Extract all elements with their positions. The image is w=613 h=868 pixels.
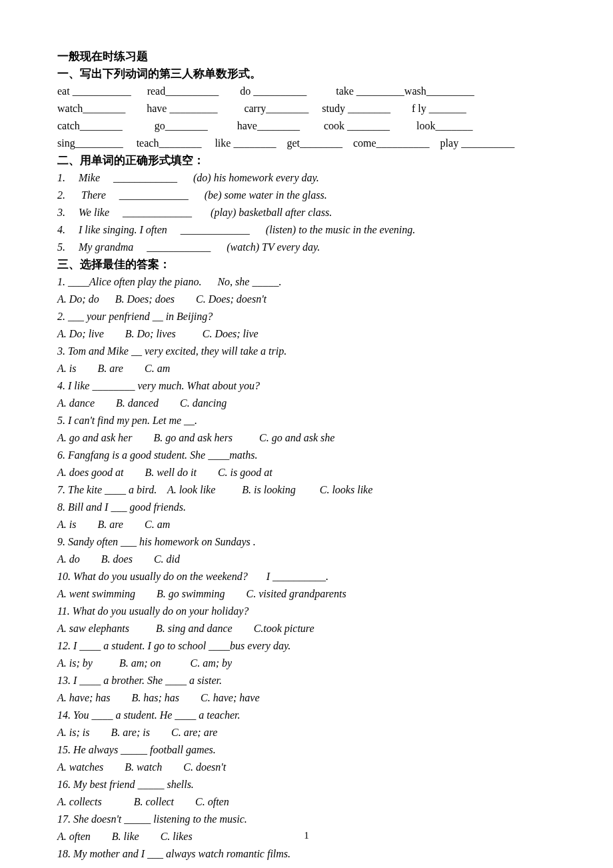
question-line: A. is B. are C. am [57,516,556,533]
question-line: 8. Bill and I ___ good friends. [57,499,556,516]
question-line: 10. What do you usually do on the weeken… [57,568,556,585]
question-line: 1. ____Alice often play the piano. No, s… [57,273,556,291]
question-line: A. went swimming B. go swimming C. visit… [57,585,556,603]
question-line: 16. My best friend _____ shells. [57,776,556,793]
question-line: A. go and ask her B. go and ask hers C. … [57,429,556,447]
verb-row: eat ___________ read__________ do ______… [57,83,556,100]
verb-row: catch________ go________ have________ co… [57,117,556,135]
fill-item: 3. We like _____________ (play) basketba… [57,204,556,221]
question-line: 3. Tom and Mike __ very excited, they wi… [57,343,556,360]
question-line: A. is B. are C. am [57,360,556,377]
question-line: 5. I can't find my pen. Let me __. [57,412,556,429]
fill-item: 5. My grandma ____________ (watch) TV ev… [57,239,556,256]
question-line: 7. The kite ____ a bird. A. look like B.… [57,481,556,499]
question-line: A. collects B. collect C. often [57,793,556,811]
section-3-heading: 三、选择最佳的答案： [57,256,556,273]
question-line: A. saw elephants B. sing and dance C.too… [57,620,556,637]
question-line: A. does good at B. well do it C. is good… [57,464,556,481]
question-line: A. Do; do B. Does; does C. Does; doesn't [57,291,556,308]
fill-item: 1. Mike ____________ (do) his homework e… [57,169,556,187]
verb-row: sing_________ teach________ like _______… [57,135,556,152]
question-line: 15. He always _____ football games. [57,741,556,759]
question-line: A. have; has B. has; has C. have; have [57,689,556,707]
question-line: A. is; is B. are; is C. are; are [57,724,556,741]
fill-item: 4. I like singing. I often _____________… [57,221,556,239]
question-line: 13. I ____ a brother. She ____ a sister. [57,672,556,689]
question-line: A. Do; live B. Do; lives C. Does; live [57,325,556,343]
question-line: 14. You ____ a student. He ____ a teache… [57,707,556,724]
question-line: 11. What do you usually do on your holid… [57,603,556,620]
page-title: 一般现在时练习题 [57,48,556,65]
question-line: 17. She doesn't _____ listening to the m… [57,811,556,828]
question-line: 12. I ____ a student. I go to school ___… [57,637,556,655]
question-line: 6. Fangfang is a good student. She ____m… [57,447,556,464]
question-line: A. watches B. watch C. doesn't [57,759,556,776]
section-2-heading: 二、用单词的正确形式填空： [57,152,556,169]
section-1-heading: 一、写出下列动词的第三人称单数形式。 [57,65,556,83]
question-line: A. is; by B. am; on C. am; by [57,655,556,672]
question-line: A. dance B. danced C. dancing [57,395,556,412]
question-line: 18. My mother and I ___ always watch rom… [57,845,556,863]
fill-item: 2. There _____________ (be) some water i… [57,187,556,204]
page-number: 1 [0,830,613,841]
question-line: 4. I like ________ very much. What about… [57,377,556,395]
question-line: 2. ___ your penfriend __ in Beijing? [57,308,556,325]
verb-row: watch________ have _________ carry______… [57,100,556,117]
question-line: 9. Sandy often ___ his homework on Sunda… [57,533,556,551]
question-line: A. do B. does C. did [57,551,556,568]
